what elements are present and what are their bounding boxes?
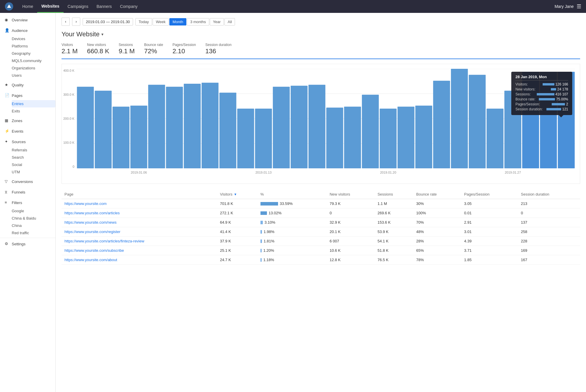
sidebar-item-entries[interactable]: Entries xyxy=(12,100,55,107)
cell-new-visitors: 0 xyxy=(327,208,375,218)
sidebar-item-organizations[interactable]: Organizations xyxy=(12,64,55,72)
sidebar-item-sources[interactable]: ✦ Sources xyxy=(0,137,55,146)
sidebar-section-filters: ≡ Filters Google China & Baidu China Red… xyxy=(0,198,55,237)
conversions-icon: ▽ xyxy=(5,179,9,184)
svg-rect-21 xyxy=(326,108,343,168)
prev-arrow[interactable]: ‹ xyxy=(62,18,70,26)
sidebar-item-china[interactable]: China xyxy=(12,222,55,229)
sidebar-item-zones[interactable]: ▦ Zones xyxy=(0,116,55,125)
sidebar-item-audience[interactable]: 👤 Audience xyxy=(0,26,55,35)
col-visitors[interactable]: Visitors ▾ xyxy=(217,190,258,199)
col-pages-session: Pages/Session xyxy=(461,190,518,199)
sidebar-item-red-traffic[interactable]: Red traffic xyxy=(12,229,55,237)
period-month[interactable]: Month xyxy=(169,18,186,25)
y-axis-labels: 400.0 K 300.0 K 200.0 K 100.0 K 0 xyxy=(63,69,74,168)
sidebar-divider xyxy=(0,238,55,238)
sidebar-item-settings[interactable]: ⚙ Settings xyxy=(0,239,55,249)
svg-rect-29 xyxy=(469,75,486,168)
quality-icon: ★ xyxy=(5,83,9,87)
cell-page[interactable]: https://www.yoursite.com/news xyxy=(62,218,217,227)
stat-session-duration-value: 136 xyxy=(205,47,231,55)
cell-page[interactable]: https://www.yoursite.com/subscribe xyxy=(62,246,217,255)
hamburger-icon[interactable]: ☰ xyxy=(577,3,581,10)
cell-page[interactable]: https://www.yoursite.com/about xyxy=(62,255,217,265)
table-row: https://www.yoursite.com/about 24.7 K 1.… xyxy=(62,255,580,265)
sidebar-item-filters[interactable]: ≡ Filters xyxy=(0,198,55,207)
cell-sessions: 51.8 K xyxy=(374,246,413,255)
cell-pct: 13.02% xyxy=(258,208,327,218)
sidebar-item-utm[interactable]: UTM xyxy=(12,168,55,176)
svg-rect-18 xyxy=(273,87,290,168)
svg-rect-7 xyxy=(77,87,94,168)
cell-page[interactable]: https://www.yoursite.com/articles/fintez… xyxy=(62,237,217,246)
cell-pages-session: 2.91 xyxy=(461,218,518,227)
stat-visitors-label: Visitors xyxy=(62,43,78,47)
svg-rect-26 xyxy=(415,106,432,168)
sidebar-item-users[interactable]: Users xyxy=(12,72,55,79)
period-today[interactable]: Today xyxy=(135,18,152,25)
tooltip-pages-bar xyxy=(552,103,565,105)
sidebar-item-referrals[interactable]: Referrals xyxy=(12,146,55,154)
sidebar-section-pages: 📄 Pages Entries Exits xyxy=(0,91,55,115)
stat-new-visitors: New visitors 660.8 K xyxy=(87,43,109,55)
x-axis-labels: 2019.01.06 2019.01.13 2019.01.20 2019.01… xyxy=(76,171,575,174)
cell-page[interactable]: https://www.yoursite.com/articles xyxy=(62,208,217,218)
pct-value: 1.18% xyxy=(263,258,274,262)
cell-bounce-rate: 100% xyxy=(413,208,461,218)
sidebar-sources-label: Sources xyxy=(12,140,26,144)
cell-sessions: 1.1 M xyxy=(374,199,413,208)
tooltip-new-visitors-value: 24 178 xyxy=(551,87,568,91)
nav-campaigns[interactable]: Campaigns xyxy=(64,0,93,13)
period-3months[interactable]: 3 months xyxy=(187,18,209,25)
nav-websites[interactable]: Websites xyxy=(37,0,63,13)
stat-new-visitors-value: 660.8 K xyxy=(87,47,109,55)
sidebar-item-platforms[interactable]: Platforms xyxy=(12,42,55,50)
sidebar-item-google[interactable]: Google xyxy=(12,207,55,215)
sidebar-conversions-label: Conversions xyxy=(12,179,33,184)
pct-value: 1.20% xyxy=(263,248,274,253)
sidebar-item-conversions[interactable]: ▽ Conversions xyxy=(0,177,55,186)
x-label-0127: 2019.01.27 xyxy=(505,171,521,174)
next-arrow[interactable]: › xyxy=(72,18,80,26)
sidebar-item-pages[interactable]: 📄 Pages xyxy=(0,91,55,100)
cell-visitors: 24.7 K xyxy=(217,255,258,265)
cell-new-visitors: 20.1 K xyxy=(327,227,375,237)
cell-page[interactable]: https://www.yoursite.com/register xyxy=(62,227,217,237)
cell-bounce-rate: 30% xyxy=(413,199,461,208)
sidebar-item-funnels[interactable]: ⧖ Funnels xyxy=(0,187,55,197)
col-page: Page xyxy=(62,190,217,199)
sidebar-item-devices[interactable]: Devices xyxy=(12,35,55,42)
sidebar-item-overview[interactable]: ◉ Overview xyxy=(0,15,55,25)
cell-pct: 1.81% xyxy=(258,237,327,246)
cell-new-visitors: 6 007 xyxy=(327,237,375,246)
sidebar-section-sources: ✦ Sources Referrals Search Social UTM xyxy=(0,137,55,176)
sidebar-item-geography[interactable]: Geography xyxy=(12,50,55,57)
tooltip-duration-bar xyxy=(546,108,561,110)
period-all[interactable]: All xyxy=(224,18,235,25)
nav-company[interactable]: Company xyxy=(116,0,142,13)
table-row: https://www.yoursite.com/register 41.4 K… xyxy=(62,227,580,237)
sidebar-item-events[interactable]: ⚡ Events xyxy=(0,126,55,136)
sidebar-item-exits[interactable]: Exits xyxy=(12,107,55,115)
sidebar-item-china-baidu[interactable]: China & Baidu xyxy=(12,215,55,222)
sidebar-item-mql5[interactable]: MQL5.community xyxy=(12,57,55,64)
cell-page[interactable]: https://www.yoursite.com xyxy=(62,199,217,208)
period-year[interactable]: Year xyxy=(210,18,224,25)
nav-home[interactable]: Home xyxy=(18,0,37,13)
sidebar-item-social[interactable]: Social xyxy=(12,161,55,168)
cell-visitors: 64.9 K xyxy=(217,218,258,227)
logo[interactable] xyxy=(5,2,13,11)
tooltip-row-new-visitors: New visitors: 24 178 xyxy=(515,87,568,91)
svg-rect-19 xyxy=(291,86,308,168)
sidebar-events-label: Events xyxy=(12,129,23,133)
sidebar-item-search[interactable]: Search xyxy=(12,154,55,161)
website-title[interactable]: Your Website ▾ xyxy=(62,30,580,38)
period-week[interactable]: Week xyxy=(153,18,169,25)
stat-sessions-label: Sessions xyxy=(119,43,135,47)
svg-rect-16 xyxy=(237,109,254,168)
chart-area: 400.0 K 300.0 K 200.0 K 100.0 K 0 xyxy=(76,69,575,168)
nav-banners[interactable]: Banners xyxy=(92,0,116,13)
tooltip-bounce-bar xyxy=(539,98,555,100)
cell-sessions: 269.6 K xyxy=(374,208,413,218)
sidebar-item-quality[interactable]: ★ Quality xyxy=(0,80,55,90)
